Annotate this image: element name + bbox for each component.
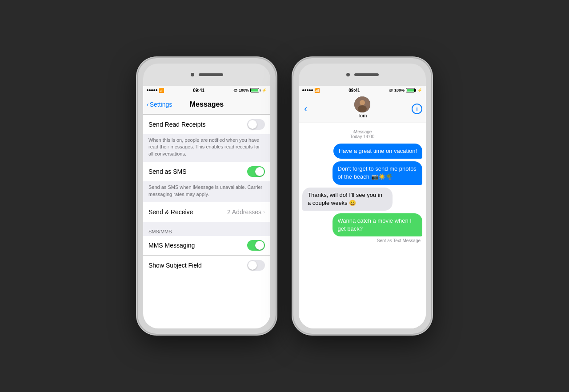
mms-messaging-row[interactable]: MMS Messaging [143, 236, 270, 256]
status-right-1: @ 100% ⚡ [233, 88, 267, 92]
send-read-receipts-toggle[interactable] [247, 119, 265, 130]
chat-contact[interactable]: Tom [354, 96, 370, 118]
battery-icon-2 [406, 88, 416, 92]
speaker-icon-2 [354, 73, 379, 76]
bubble-text-3: Thanks, will do! I'll see you in a coupl… [308, 192, 382, 206]
sms-mms-section: MMS Messaging Show Subject Field [143, 236, 270, 275]
phone-inner-1: 📶 09:41 @ 100% ⚡ [143, 64, 270, 328]
bubble-4: Wanna catch a movie when I get back? [333, 213, 423, 236]
show-subject-field-label: Show Subject Field [148, 262, 202, 269]
status-bar-2: 📶 09:41 @ 100% ⚡ [299, 86, 426, 95]
signal-icon-2 [302, 89, 313, 91]
nav-title-1: Messages [190, 100, 224, 108]
at-sign-2: @ [389, 88, 393, 92]
bubble-2: Don't forget to send me photos of the be… [333, 161, 423, 184]
send-as-sms-description: Send as SMS when iMessage is unavailable… [143, 181, 270, 202]
send-as-sms-label: Send as SMS [148, 168, 187, 175]
status-bar-1: 📶 09:41 @ 100% ⚡ [143, 86, 270, 95]
wifi-icon-2: 📶 [314, 88, 320, 93]
show-subject-field-toggle[interactable] [247, 260, 265, 271]
message-time: Today 14:00 [302, 134, 422, 139]
svg-point-2 [358, 105, 367, 112]
phones-container: 📶 09:41 @ 100% ⚡ [138, 58, 431, 334]
send-read-receipts-label: Send Read Receipts [148, 121, 205, 128]
speaker-icon [199, 73, 223, 76]
phone-chat: 📶 09:41 @ 100% ⚡ [293, 58, 431, 334]
toggle-knob [248, 120, 257, 129]
settings-screen: 📶 09:41 @ 100% ⚡ [143, 86, 270, 328]
status-right-2: @ 100% ⚡ [389, 88, 422, 92]
bubble-1: Have a great time on vacation! [333, 144, 422, 159]
battery-icon-1 [250, 88, 260, 92]
message-timestamp: iMessage Today 14:00 [302, 129, 422, 139]
mms-messaging-toggle[interactable] [247, 240, 265, 251]
battery-percent-1: 100% [239, 88, 249, 92]
read-receipts-description: When this is on, people are notified whe… [143, 134, 270, 162]
bubble-3: Thanks, will do! I'll see you in a coupl… [302, 188, 393, 211]
back-label-1: Settings [150, 101, 172, 108]
send-as-sms-section: Send as SMS [143, 162, 270, 181]
show-subject-field-row[interactable]: Show Subject Field [143, 256, 270, 275]
send-receive-label: Send & Receive [148, 208, 193, 216]
contact-name: Tom [358, 113, 367, 118]
status-left-1: 📶 [147, 88, 164, 93]
avatar [354, 96, 370, 112]
mms-messaging-label: MMS Messaging [148, 242, 195, 249]
phone-top-bar-2 [299, 64, 426, 86]
wifi-icon: 📶 [159, 88, 164, 93]
phone-inner-2: 📶 09:41 @ 100% ⚡ [299, 64, 426, 328]
chevron-right-icon: › [263, 209, 265, 215]
svg-point-1 [360, 100, 365, 105]
toggle-knob-subject [248, 261, 257, 270]
sent-as-text: Sent as Text Message [302, 238, 422, 243]
send-receive-addresses: 2 Addresses [227, 208, 261, 216]
battery-percent-2: 100% [394, 88, 405, 92]
chat-info-button[interactable]: i [412, 104, 422, 114]
toggle-knob-sms [255, 167, 264, 176]
chat-back-button[interactable]: ‹ [302, 101, 309, 116]
toggle-knob-mms [255, 241, 264, 250]
send-receive-value: 2 Addresses › [227, 208, 265, 216]
lightning-icon-1: ⚡ [262, 88, 267, 92]
send-read-receipts-row[interactable]: Send Read Receipts [143, 115, 270, 134]
imessage-label: iMessage [302, 129, 422, 134]
send-receive-section: Send & Receive 2 Addresses › [143, 202, 270, 222]
message-row-3: Thanks, will do! I'll see you in a coupl… [302, 188, 422, 211]
bubble-text-4: Wanna catch a movie when I get back? [338, 217, 412, 232]
send-read-receipts-section: Send Read Receipts [143, 115, 270, 134]
chat-screen: 📶 09:41 @ 100% ⚡ [299, 86, 426, 328]
phone-settings: 📶 09:41 @ 100% ⚡ [138, 58, 276, 334]
status-time-1: 09:41 [193, 88, 204, 93]
messages-nav: ‹ Settings Messages [143, 95, 270, 114]
camera-icon-2 [346, 73, 350, 76]
signal-icon [147, 89, 157, 91]
bubble-text-1: Have a great time on vacation! [339, 148, 417, 154]
chevron-left-icon-1: ‹ [147, 101, 149, 108]
status-time-2: 09:41 [349, 88, 360, 93]
settings-content: Send Read Receipts When this is on, peop… [143, 114, 270, 275]
lightning-icon-2: ⚡ [417, 88, 422, 92]
send-as-sms-toggle[interactable] [247, 166, 265, 177]
camera-icon [191, 73, 194, 76]
status-left-2: 📶 [302, 88, 320, 93]
send-receive-row[interactable]: Send & Receive 2 Addresses › [143, 202, 270, 222]
at-sign-1: @ [233, 88, 237, 92]
chat-screen-inner: 📶 09:41 @ 100% ⚡ [299, 86, 426, 328]
message-row-2: Don't forget to send me photos of the be… [302, 161, 422, 184]
message-row-1: Have a great time on vacation! [302, 144, 422, 159]
chat-messages: iMessage Today 14:00 Have a great time o… [299, 123, 426, 328]
chat-nav: ‹ Tom i [299, 95, 426, 123]
phone-top-bar-1 [143, 64, 270, 86]
back-button-1[interactable]: ‹ Settings [147, 101, 172, 108]
send-as-sms-row[interactable]: Send as SMS [143, 162, 270, 181]
bubble-text-2: Don't forget to send me photos of the be… [338, 165, 417, 180]
message-row-4: Wanna catch a movie when I get back? [302, 213, 422, 236]
sms-mms-header: SMS/MMS [143, 222, 270, 236]
